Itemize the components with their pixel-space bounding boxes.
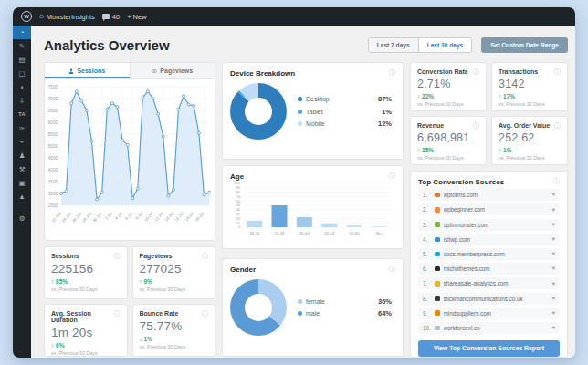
svg-text:10 Jul: 10 Jul	[143, 211, 153, 222]
source-row[interactable]: 3. optinmonster.com ▾	[418, 219, 560, 231]
dashboard-icon: ◔	[20, 29, 25, 36]
sidebar-item-plugins-icon[interactable]: ⌁	[13, 135, 31, 149]
metric-change: ↑ 9%	[140, 278, 209, 285]
favicon-icon	[435, 207, 440, 213]
metric-card: Avg. Order Value ⓘ 252.62 ↑ 1% vs. Previ…	[491, 116, 568, 165]
source-row[interactable]: 9. mindsuppliers.com ▾	[418, 308, 560, 319]
set-custom-date-range-button[interactable]: Set Custom Date Range	[481, 37, 568, 53]
chevron-down-icon[interactable]: ▾	[552, 192, 555, 198]
svg-text:60: 60	[236, 200, 240, 203]
plugins-icon: ⌁	[20, 139, 25, 146]
svg-text:25-34: 25-34	[275, 231, 286, 235]
sidebar-item-appearance-icon[interactable]: ✑	[13, 121, 31, 135]
source-row[interactable]: 8. stickmancommunications.co.uk ▾	[418, 293, 560, 305]
info-icon[interactable]: ⓘ	[473, 68, 479, 75]
sidebar-item-pages-icon[interactable]: ▢	[13, 67, 31, 80]
source-rank: 9.	[423, 310, 431, 317]
chevron-down-icon[interactable]: ▾	[552, 207, 555, 214]
wordpress-logo-icon[interactable]: W	[21, 11, 32, 22]
metric-period: vs. Previous 30 Days	[499, 101, 561, 107]
sidebar-item-users-icon[interactable]: ♟	[13, 149, 31, 162]
metric-period: vs. Previous 30 Days	[51, 350, 121, 356]
date-controls: Last 7 daysLast 30 days Set Custom Date …	[368, 37, 568, 53]
source-rank: 2.	[423, 206, 431, 213]
legend-label: Mobile	[306, 120, 325, 127]
left-column: Sessions Pageviews 250030003500400045005…	[44, 62, 215, 358]
sidebar-item-ta-plugin-icon[interactable]: TA	[13, 108, 31, 121]
appearance-icon: ✑	[19, 125, 25, 132]
info-icon[interactable]: ⓘ	[389, 266, 395, 272]
wp-admin-sidebar: ◔✎▤▢◖⇩TA✑⌁♟⚒▣▲⚙	[13, 26, 31, 358]
svg-text:12 Jul: 12 Jul	[153, 211, 163, 222]
metric-card: Avg. Session Duration ⓘ 1m 20s ↑ 6% vs. …	[44, 304, 128, 357]
favicon-icon	[435, 193, 440, 198]
metric-change: ↑ 15%	[417, 147, 479, 153]
page-title: Analytics Overview	[44, 37, 170, 53]
site-name: MonsterInsights	[47, 13, 95, 21]
svg-text:16 Jul: 16 Jul	[174, 211, 184, 222]
legend-value: 64%	[378, 309, 392, 318]
metric-title: Revenue	[417, 122, 444, 129]
sidebar-item-downloads-icon[interactable]: ⇩	[13, 94, 31, 108]
sidebar-item-settings-icon[interactable]: ⚙	[13, 212, 31, 225]
range-button-last-30-days[interactable]: Last 30 days	[419, 38, 472, 52]
sidebar-item-tools-icon[interactable]: ⚒	[13, 162, 31, 176]
source-row[interactable]: 10. workforcexl.co ▾	[418, 322, 560, 334]
source-row[interactable]: 5. docs.memberpress.com ▾	[418, 248, 560, 260]
range-button-last-7-days[interactable]: Last 7 days	[369, 38, 419, 52]
dashboard-grid: Sessions Pageviews 250030003500400045005…	[44, 62, 568, 358]
metric-title: Avg. Order Value	[499, 122, 550, 129]
source-row[interactable]: 7. shareasale-analytics.com ▾	[418, 277, 560, 289]
sidebar-item-editor-icon[interactable]: ▣	[13, 176, 31, 190]
source-domain: shareasale-analytics.com	[444, 280, 509, 287]
device-legend: Desktop 87% Tablet 1% Mobile 12%	[298, 91, 395, 132]
chevron-down-icon[interactable]: ▾	[552, 281, 555, 287]
view-top-sources-report-button[interactable]: View Top Conversion Sources Report	[418, 340, 560, 357]
comments-menu[interactable]: 40	[102, 13, 120, 21]
right-metric-grid: Conversion Rate ⓘ 2.71% ↑ 22% vs. Previo…	[410, 62, 568, 165]
info-icon[interactable]: ⓘ	[202, 310, 208, 317]
svg-text:7500: 7500	[48, 85, 58, 89]
info-icon[interactable]: ⓘ	[114, 310, 121, 317]
metric-change: ↑ 17%	[499, 93, 561, 99]
info-icon[interactable]: ⓘ	[473, 122, 479, 129]
source-row[interactable]: 1. wpforms.com ▾	[418, 189, 560, 201]
info-icon[interactable]: ⓘ	[389, 172, 395, 179]
info-icon[interactable]: ⓘ	[554, 122, 561, 129]
svg-text:30 Jun: 30 Jun	[91, 211, 103, 224]
source-domain: stickmancommunications.co.uk	[444, 296, 523, 302]
tab-pageviews[interactable]: Pageviews	[130, 63, 215, 78]
source-row[interactable]: 6. michothemes.com ▾	[418, 263, 560, 275]
sidebar-item-analytics-icon[interactable]: ▲	[13, 190, 31, 203]
source-domain: workforcexl.co	[444, 325, 480, 331]
legend-label: Desktop	[306, 96, 330, 102]
info-icon[interactable]: ⓘ	[553, 178, 560, 184]
tab-pageviews-label: Pageviews	[160, 68, 193, 74]
sidebar-item-posts-icon[interactable]: ✎	[13, 39, 31, 53]
info-icon[interactable]: ⓘ	[389, 69, 395, 76]
svg-text:5000: 5000	[48, 144, 58, 149]
info-icon[interactable]: ⓘ	[114, 253, 121, 259]
info-icon[interactable]: ⓘ	[554, 68, 561, 75]
sessions-chart-card: Sessions Pageviews 250030003500400045005…	[44, 62, 215, 241]
chevron-down-icon[interactable]: ▾	[552, 266, 555, 272]
chevron-down-icon[interactable]: ▾	[552, 296, 555, 302]
chevron-down-icon[interactable]: ▾	[552, 222, 555, 228]
tab-sessions[interactable]: Sessions	[45, 63, 130, 78]
sidebar-item-media-icon[interactable]: ▤	[13, 53, 31, 67]
sidebar-item-comments-icon[interactable]: ◖	[13, 80, 31, 94]
sidebar-item-dashboard-icon[interactable]: ◔	[13, 26, 31, 39]
legend-dot	[298, 97, 302, 101]
new-menu[interactable]: + New	[127, 13, 146, 21]
chevron-down-icon[interactable]: ▾	[552, 310, 555, 317]
chevron-down-icon[interactable]: ▾	[552, 236, 555, 243]
site-menu[interactable]: ⌂ MonsterInsights	[39, 13, 95, 21]
legend-row: Mobile 12%	[298, 120, 392, 128]
source-row[interactable]: 4. isitwp.com ▾	[418, 234, 560, 245]
source-row[interactable]: 2. wpbeginner.com ▾	[418, 203, 560, 215]
chevron-down-icon[interactable]: ▾	[552, 251, 555, 257]
info-icon[interactable]: ⓘ	[202, 253, 208, 259]
main-content: Analytics Overview Last 7 daysLast 30 da…	[31, 26, 575, 358]
metric-value: 6,698,981	[417, 131, 479, 144]
chevron-down-icon[interactable]: ▾	[552, 325, 555, 331]
